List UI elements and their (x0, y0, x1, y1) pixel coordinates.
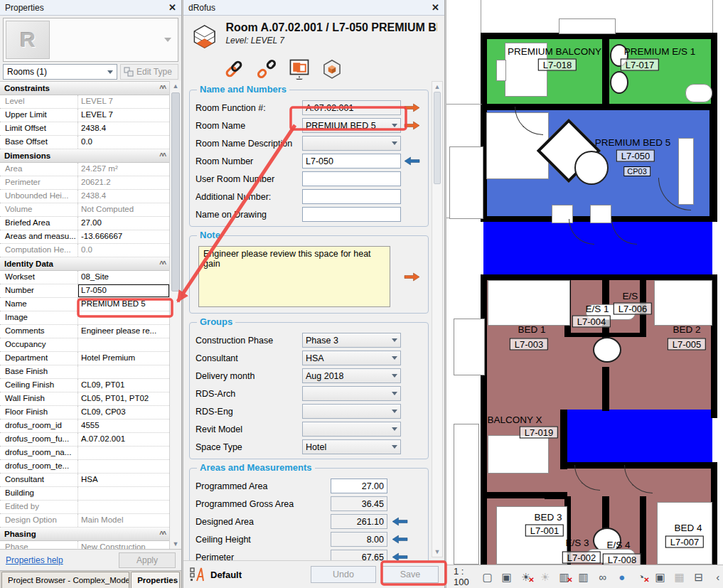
property-value[interactable]: 20621.2 (78, 176, 169, 189)
undo-button[interactable]: Undo (311, 566, 376, 583)
property-value[interactable]: 2438.4 (78, 122, 169, 135)
property-value[interactable]: 0.0 (78, 136, 169, 149)
properties-help-link[interactable]: Properties help (6, 555, 63, 565)
property-value[interactable]: 2438.4 (78, 190, 169, 203)
visual-style-icon[interactable]: ▢ (481, 572, 494, 582)
reference-line (712, 0, 713, 33)
type-selector-dropdown[interactable]: Rooms (1) (3, 64, 117, 80)
field-input-programmed-area[interactable]: 27.00 (331, 479, 387, 493)
show-crop-region-icon[interactable]: ▥ (577, 572, 590, 582)
section-header-phasing[interactable]: Phasing^^ (0, 528, 169, 541)
collapse-icon[interactable]: ‹ (712, 572, 723, 582)
property-value[interactable]: CL05, PT01, PT02 (78, 392, 169, 405)
field-combo-room-name-description[interactable] (302, 136, 401, 151)
reveal-constraints-icon[interactable]: ▣ (654, 572, 667, 582)
field-input-name-on-drawing[interactable] (302, 207, 401, 222)
field-input-room-number[interactable]: L7-050 (302, 154, 401, 169)
field-input-additional-number:[interactable] (302, 189, 401, 204)
field-combo-revit-model[interactable] (302, 422, 401, 437)
tab-project-browser[interactable]: Project Browser - Complex_Mode... (1, 572, 129, 588)
property-value[interactable]: 0.0 (78, 244, 169, 257)
drofus-scrollbar[interactable]: ▲ ▼ (432, 81, 443, 557)
property-value[interactable]: 4555 (78, 419, 169, 432)
field-combo-rds-eng[interactable] (302, 404, 401, 419)
open-in-drofus-icon[interactable] (321, 58, 343, 80)
property-value[interactable]: CL09, CP03 (78, 406, 169, 419)
property-value[interactable]: A.07.02.001 (78, 433, 169, 446)
displacement-sets-icon[interactable]: ▦ (673, 572, 686, 582)
collapse-chevron-icon[interactable]: ^^ (159, 85, 165, 92)
tab-properties[interactable]: Properties (131, 572, 180, 588)
measure-lock-icon[interactable]: ⊟ (692, 572, 705, 582)
wall-segment (560, 410, 567, 469)
field-combo-space-type[interactable]: Hotel (302, 439, 401, 454)
field-combo-consultant[interactable]: HSA (302, 351, 401, 365)
property-value[interactable]: CL09, PT01 (78, 379, 169, 392)
property-value[interactable]: Main Model (78, 514, 169, 527)
apply-button[interactable]: Apply (119, 552, 176, 568)
plan-canvas[interactable]: PREMIUM BALCONYL7-018PREMIUM E/S 1L7-017… (446, 0, 723, 565)
unlink-icon[interactable] (256, 58, 277, 80)
scroll-up-icon[interactable]: ▲ (432, 83, 442, 90)
section-header-dimensions[interactable]: Dimensions^^ (0, 149, 169, 163)
scroll-down-icon[interactable]: ▼ (170, 540, 181, 547)
reveal-hidden-elements-icon[interactable]: ∞ (596, 572, 609, 582)
collapse-chevron-icon[interactable]: ^^ (159, 260, 165, 268)
field-combo-rds-arch[interactable] (302, 386, 401, 401)
worksharing-display-off-icon[interactable]: ◔✕ (635, 572, 648, 582)
show-rendering-icon[interactable]: ☀ (539, 572, 552, 582)
note-textarea[interactable]: Engineer please review this space for he… (198, 246, 390, 307)
property-value[interactable]: PREMIUM BED 5 (78, 298, 169, 311)
crop-view-off-icon[interactable]: ▥✕ (558, 572, 571, 582)
save-button[interactable]: Save (382, 566, 439, 583)
chevron-down-icon[interactable] (164, 38, 171, 42)
property-value[interactable]: Not Computed (78, 203, 169, 216)
property-row: Wall FinishCL05, PT01, PT02 (0, 392, 169, 406)
field-input-user-room-number[interactable] (302, 171, 401, 186)
close-icon[interactable]: ✕ (168, 3, 176, 12)
revit-window: Properties ✕ R Rooms (1) Edit Type (0, 0, 723, 588)
section-title: Constraints (4, 84, 50, 92)
property-value[interactable] (78, 447, 169, 459)
collapse-chevron-icon[interactable]: ^^ (159, 152, 165, 160)
property-value[interactable]: L7-050 (78, 284, 169, 297)
combo-value: HSA (306, 353, 324, 363)
property-value[interactable]: 27.00 (78, 217, 169, 230)
scroll-up-icon[interactable]: ▲ (170, 82, 181, 90)
field-combo-construction-phase[interactable]: Phase 3 (302, 333, 401, 348)
property-value[interactable]: -13.666667 (78, 230, 169, 243)
collapse-chevron-icon[interactable]: ^^ (159, 530, 165, 538)
edit-type-button[interactable]: Edit Type (120, 64, 178, 80)
property-value[interactable] (78, 338, 169, 351)
scrollbar-thumb[interactable] (434, 92, 441, 184)
scrollbar-thumb[interactable] (171, 92, 180, 292)
field-combo-room-name[interactable]: PREMIUM BED 5 (302, 118, 401, 133)
field-label: Room Name Description (196, 139, 302, 149)
scale-button[interactable]: 1 : 100 (454, 566, 469, 587)
link-icon[interactable] (223, 58, 245, 80)
show-in-model-icon[interactable] (289, 58, 310, 80)
profile-name: Default (210, 570, 242, 580)
field-combo-delivery-month[interactable]: Aug 2018 (302, 368, 401, 383)
section-header-constraints[interactable]: Constraints^^ (0, 82, 169, 95)
property-value[interactable]: 24.257 m² (78, 163, 169, 176)
property-value[interactable]: HSA (78, 474, 169, 486)
property-value[interactable]: 08_Site (78, 271, 169, 284)
property-value[interactable] (78, 311, 169, 324)
section-header-identity-data[interactable]: Identity Data^^ (0, 257, 169, 271)
property-value[interactable]: Engineer please re... (78, 325, 169, 338)
property-value[interactable] (78, 460, 169, 473)
close-icon[interactable]: ✕ (432, 3, 439, 12)
property-value[interactable]: New Construction (78, 541, 169, 549)
show-hidden-lines-icon[interactable]: ▣ (500, 572, 513, 582)
property-value[interactable] (78, 365, 169, 378)
property-value[interactable] (78, 501, 169, 513)
property-value[interactable]: LEVEL 7 (78, 95, 169, 108)
temporary-hide-isolate-icon[interactable]: ● (616, 572, 628, 582)
property-value[interactable]: Hotel Premium (78, 352, 169, 365)
properties-scrollbar[interactable]: ▲ ▼ (169, 81, 181, 549)
property-value[interactable] (78, 487, 169, 500)
scroll-down-icon[interactable]: ▼ (432, 548, 442, 555)
shadows-off-icon[interactable]: ☀✕ (520, 572, 532, 582)
property-value[interactable]: LEVEL 7 (78, 109, 169, 122)
